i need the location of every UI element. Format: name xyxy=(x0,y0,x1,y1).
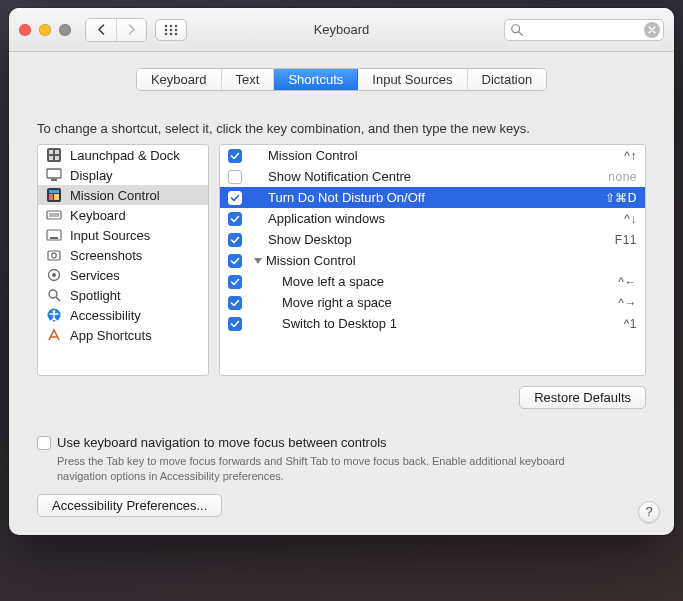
svg-rect-22 xyxy=(47,211,61,219)
shortcut-keys[interactable]: ^↑ xyxy=(624,149,637,163)
shortcut-row-group[interactable]: Mission Control xyxy=(220,250,645,271)
shortcut-label: Application windows xyxy=(254,211,624,226)
shortcut-row[interactable]: Show Notification Centre none xyxy=(220,166,645,187)
shortcut-keys[interactable]: ^← xyxy=(618,275,637,289)
shortcut-checkbox[interactable] xyxy=(228,317,242,331)
sidebar-item-label: Spotlight xyxy=(70,288,121,303)
sidebar-item-keyboard[interactable]: Keyboard xyxy=(38,205,208,225)
sidebar-item-services[interactable]: Services xyxy=(38,265,208,285)
services-icon xyxy=(46,267,62,283)
titlebar: Keyboard xyxy=(9,8,674,52)
search-wrap xyxy=(504,19,664,41)
search-input[interactable] xyxy=(504,19,664,41)
shortcut-keys[interactable]: ^↓ xyxy=(624,212,637,226)
sidebar-item-screenshots[interactable]: Screenshots xyxy=(38,245,208,265)
svg-rect-26 xyxy=(50,237,58,239)
tab-dictation[interactable]: Dictation xyxy=(468,69,547,90)
tab-shortcuts[interactable]: Shortcuts xyxy=(274,69,358,90)
shortcut-row[interactable]: Application windows ^↓ xyxy=(220,208,645,229)
shortcut-checkbox[interactable] xyxy=(228,275,242,289)
shortcut-row[interactable]: Mission Control ^↑ xyxy=(220,145,645,166)
svg-rect-14 xyxy=(49,156,53,160)
shortcut-checkbox[interactable] xyxy=(228,170,242,184)
svg-rect-16 xyxy=(47,169,61,178)
close-window-button[interactable] xyxy=(19,24,31,36)
sidebar-item-input-sources[interactable]: Input Sources xyxy=(38,225,208,245)
disclosure-triangle-icon[interactable] xyxy=(254,258,262,264)
back-button[interactable] xyxy=(86,19,116,41)
shortcut-checkbox[interactable] xyxy=(228,296,242,310)
shortcut-row[interactable]: Turn Do Not Disturb On/Off ⇧⌘D xyxy=(220,187,645,208)
svg-line-10 xyxy=(519,31,523,35)
shortcut-checkbox[interactable] xyxy=(228,149,242,163)
zoom-window-button xyxy=(59,24,71,36)
keyboard-nav-help: Press the Tab key to move focus forwards… xyxy=(57,454,617,484)
sidebar-item-spotlight[interactable]: Spotlight xyxy=(38,285,208,305)
sidebar-item-display[interactable]: Display xyxy=(38,165,208,185)
accessibility-icon xyxy=(46,307,62,323)
sidebar-item-mission-control[interactable]: Mission Control xyxy=(38,185,208,205)
shortcut-row[interactable]: Show Desktop F11 xyxy=(220,229,645,250)
tab-bar: Keyboard Text Shortcuts Input Sources Di… xyxy=(136,68,547,91)
instruction-text: To change a shortcut, select it, click t… xyxy=(37,121,646,136)
screenshots-icon xyxy=(46,247,62,263)
svg-line-32 xyxy=(56,297,60,301)
tab-keyboard[interactable]: Keyboard xyxy=(137,69,222,90)
shortcut-checkbox[interactable] xyxy=(228,254,242,268)
input-sources-icon xyxy=(46,227,62,243)
shortcut-keys[interactable]: none xyxy=(608,170,637,184)
sidebar-item-label: Keyboard xyxy=(70,208,126,223)
shortcut-label: Show Notification Centre xyxy=(254,169,608,184)
tab-text[interactable]: Text xyxy=(222,69,275,90)
sidebar-item-label: Accessibility xyxy=(70,308,141,323)
shortcut-row[interactable]: Switch to Desktop 1 ^1 xyxy=(220,313,645,334)
sidebar-item-label: Launchpad & Dock xyxy=(70,148,180,163)
clear-search-icon[interactable] xyxy=(644,22,660,38)
sidebar-item-label: Services xyxy=(70,268,120,283)
shortcut-checkbox[interactable] xyxy=(228,212,242,226)
tab-input-sources[interactable]: Input Sources xyxy=(358,69,467,90)
spotlight-icon xyxy=(46,287,62,303)
sidebar-item-label: Mission Control xyxy=(70,188,160,203)
sidebar-item-launchpad[interactable]: Launchpad & Dock xyxy=(38,145,208,165)
sidebar-item-label: Display xyxy=(70,168,113,183)
shortcut-list[interactable]: Mission Control ^↑ Show Notification Cen… xyxy=(219,144,646,376)
preferences-window: Keyboard Keyboard Text Shortcuts Input S… xyxy=(9,8,674,535)
svg-point-2 xyxy=(175,24,178,27)
shortcut-checkbox[interactable] xyxy=(228,191,242,205)
category-list[interactable]: Launchpad & Dock Display Mission Control… xyxy=(37,144,209,376)
shortcut-label: Move left a space xyxy=(254,274,618,289)
shortcut-row[interactable]: Move left a space ^← xyxy=(220,271,645,292)
mission-control-icon xyxy=(46,187,62,203)
keyboard-nav-checkbox[interactable] xyxy=(37,436,51,450)
shortcut-label: Show Desktop xyxy=(254,232,615,247)
svg-rect-27 xyxy=(48,251,60,260)
svg-rect-12 xyxy=(49,150,53,154)
svg-point-4 xyxy=(170,28,173,31)
svg-rect-19 xyxy=(49,190,59,193)
svg-point-34 xyxy=(53,310,56,313)
svg-point-7 xyxy=(170,32,173,35)
keyboard-nav-row[interactable]: Use keyboard navigation to move focus be… xyxy=(37,435,646,450)
show-all-button[interactable] xyxy=(155,19,187,41)
minimize-window-button[interactable] xyxy=(39,24,51,36)
sidebar-item-label: Screenshots xyxy=(70,248,142,263)
sidebar-item-accessibility[interactable]: Accessibility xyxy=(38,305,208,325)
shortcut-keys[interactable]: ^1 xyxy=(624,317,637,331)
svg-point-3 xyxy=(165,28,168,31)
shortcut-keys[interactable]: F11 xyxy=(615,233,637,247)
sidebar-item-app-shortcuts[interactable]: App Shortcuts xyxy=(38,325,208,345)
svg-point-5 xyxy=(175,28,178,31)
traffic-lights xyxy=(19,24,71,36)
help-button[interactable]: ? xyxy=(638,501,660,523)
keyboard-icon xyxy=(46,207,62,223)
shortcut-keys[interactable]: ⇧⌘D xyxy=(605,191,637,205)
shortcut-row[interactable]: Move right a space ^→ xyxy=(220,292,645,313)
shortcut-keys[interactable]: ^→ xyxy=(618,296,637,310)
keyboard-nav-label: Use keyboard navigation to move focus be… xyxy=(57,435,387,450)
accessibility-prefs-button[interactable]: Accessibility Preferences... xyxy=(37,494,222,517)
svg-point-8 xyxy=(175,32,178,35)
restore-defaults-button[interactable]: Restore Defaults xyxy=(519,386,646,409)
forward-button[interactable] xyxy=(116,19,146,41)
shortcut-checkbox[interactable] xyxy=(228,233,242,247)
